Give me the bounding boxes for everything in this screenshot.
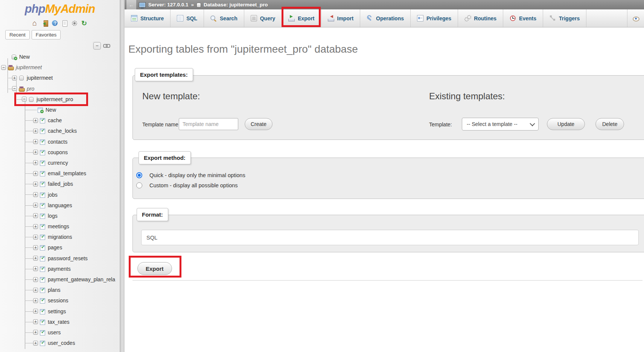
tree-item[interactable]: languages (0, 200, 120, 211)
expander-icon[interactable] (12, 86, 17, 91)
tab-routines[interactable]: Routines (458, 9, 503, 27)
expander-icon[interactable] (33, 150, 38, 155)
expander-icon[interactable] (33, 245, 38, 250)
link-icon[interactable] (103, 42, 111, 50)
tree-item[interactable]: jupitermeet (0, 62, 120, 73)
create-button[interactable]: Create (245, 118, 273, 130)
tab-operations[interactable]: Operations (360, 9, 411, 27)
expander-icon[interactable] (33, 298, 38, 303)
refresh-icon[interactable] (81, 20, 88, 27)
expander-icon[interactable] (33, 341, 38, 346)
tree-item-label: languages (48, 202, 72, 208)
tree-item[interactable]: currency (0, 158, 120, 168)
exit-icon[interactable] (42, 20, 49, 27)
tab-query[interactable]: Query (244, 9, 282, 27)
expander-icon[interactable] (1, 65, 6, 70)
docs-icon[interactable] (61, 20, 68, 27)
export-method-options: Quick - display only the minimal options… (136, 170, 245, 190)
expander-icon[interactable] (33, 192, 38, 197)
tree-item[interactable]: email_templates (0, 168, 120, 179)
database-icon (196, 2, 201, 8)
collapse-all-icon[interactable] (93, 42, 101, 50)
delete-button[interactable]: Delete (595, 118, 624, 130)
expander-icon[interactable] (33, 309, 38, 314)
tab-more[interactable] (627, 9, 644, 27)
tree-item[interactable]: pages (0, 242, 120, 253)
expander-icon[interactable] (33, 235, 38, 240)
tree-item[interactable]: cache_locks (0, 126, 120, 136)
template-name-input[interactable] (179, 118, 238, 130)
table-icon (40, 128, 46, 134)
expander-icon[interactable] (33, 139, 38, 144)
tree-item[interactable]: jupitermeet (0, 73, 120, 83)
expander-icon[interactable] (12, 76, 17, 80)
expander-icon[interactable] (33, 330, 38, 335)
expander-icon[interactable] (33, 129, 38, 134)
export-method-option[interactable]: Custom - display all possible options (136, 180, 245, 190)
expander-icon[interactable] (33, 277, 38, 282)
tree-item[interactable]: tax_rates (0, 317, 120, 327)
expander-icon[interactable] (33, 213, 38, 218)
tab-structure[interactable]: Structure (125, 9, 171, 27)
radio-icon[interactable] (136, 172, 142, 178)
tree-item-label: New (46, 107, 56, 113)
favorites-button[interactable]: Favorites (32, 30, 61, 39)
tree-item[interactable]: migrations (0, 232, 120, 242)
tree-item[interactable]: New (0, 52, 120, 62)
tree-item[interactable]: jobs (0, 189, 120, 200)
tree-item[interactable]: jupitermeet_pro (0, 94, 120, 105)
expander-icon[interactable] (33, 256, 38, 261)
tree-item[interactable]: logs (0, 211, 120, 221)
expander-icon[interactable] (33, 203, 38, 208)
phpmyadmin-logo[interactable]: phpMyAdmin (0, 2, 120, 16)
export-method-option[interactable]: Quick - display only the minimal options (136, 170, 245, 180)
tree-item[interactable]: user_codes (0, 338, 120, 348)
template-select[interactable]: -- Select a template -- (462, 118, 539, 130)
radio-icon[interactable] (136, 182, 142, 188)
expander-icon[interactable] (33, 319, 38, 324)
expander-icon[interactable] (33, 118, 38, 123)
expander-icon[interactable] (22, 97, 27, 102)
tree-item[interactable]: payment_gateway_plan_rela (0, 274, 120, 285)
expander-icon[interactable] (33, 171, 38, 176)
tree-item[interactable]: plans (0, 285, 120, 295)
tab-events[interactable]: Events (503, 9, 543, 27)
format-select[interactable]: SQL (141, 230, 639, 245)
home-icon[interactable] (32, 20, 39, 27)
tree-item[interactable]: cache (0, 115, 120, 126)
sidebar-resize-gutter[interactable] (120, 0, 125, 352)
expander-icon[interactable] (33, 182, 38, 187)
settings-icon[interactable] (71, 20, 78, 27)
help-icon[interactable] (52, 20, 58, 27)
tab-search[interactable]: Search (204, 9, 244, 27)
tree-item[interactable]: pro (0, 83, 120, 94)
tab-privileges[interactable]: Privileges (411, 9, 458, 27)
breadcrumb-database[interactable]: Database: jupitermeet_pro (204, 2, 268, 8)
expander-icon[interactable] (33, 224, 38, 229)
tab-export[interactable]: Export (282, 9, 321, 27)
table-icon (40, 203, 46, 208)
logo-text-myadmin: MyAdmin (45, 2, 95, 15)
tree-item[interactable]: sessions (0, 295, 120, 306)
tree-item[interactable]: password_resets (0, 253, 120, 264)
tree-item[interactable]: contacts (0, 137, 120, 147)
expander-icon[interactable] (33, 288, 38, 293)
recent-button[interactable]: Recent (5, 30, 30, 39)
tab-triggers[interactable]: Triggers (543, 9, 586, 27)
breadcrumb-server[interactable]: Server: 127.0.0.1 (148, 2, 189, 8)
update-button[interactable]: Update (547, 118, 585, 130)
tree-item[interactable]: users (0, 327, 120, 338)
tree-item-label: currency (48, 160, 68, 166)
tab-import[interactable]: Import (321, 9, 361, 27)
tree-item[interactable]: New (0, 105, 120, 115)
expander-icon[interactable] (33, 266, 38, 271)
tree-item[interactable]: meetings (0, 221, 120, 232)
expander-icon[interactable] (33, 160, 38, 165)
export-button[interactable]: Export (137, 262, 172, 275)
tree-item[interactable]: settings (0, 306, 120, 317)
tree-item[interactable]: payments (0, 264, 120, 274)
tree-item[interactable]: coupons (0, 147, 120, 158)
back-arrow-button[interactable]: ← (126, 0, 136, 9)
tab-sql[interactable]: SQL (171, 9, 204, 27)
tree-item[interactable]: failed_jobs (0, 179, 120, 189)
